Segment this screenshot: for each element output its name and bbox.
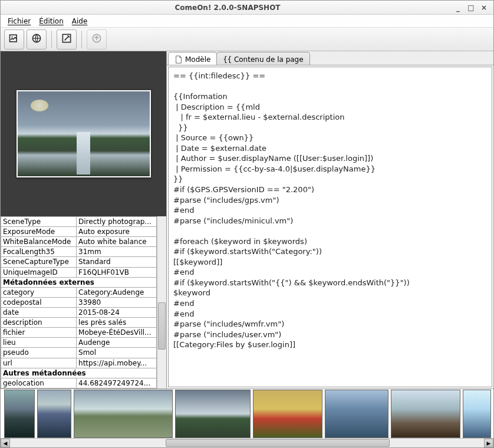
table-row: FocalLength3531mm	[1, 247, 157, 257]
thumbnail-selected[interactable]	[175, 390, 251, 438]
thumbnail[interactable]	[4, 390, 35, 438]
table-row: date2015-08-24	[1, 307, 157, 317]
thumbnail-scrollbar[interactable]: ◀ ▶	[1, 438, 493, 447]
braces-icon: {{	[223, 55, 231, 64]
toolbar-separator	[51, 31, 52, 48]
menu-file[interactable]: Fichier	[4, 16, 34, 27]
thumbnail[interactable]	[391, 390, 460, 438]
upload-icon	[91, 32, 103, 46]
thumbnail[interactable]	[325, 390, 388, 438]
add-images-button[interactable]	[4, 29, 24, 50]
image-preview-area	[1, 51, 166, 216]
metadata-table: SceneTypeDirectly photograp... ExposureM…	[1, 216, 157, 388]
menu-edit[interactable]: Édition	[35, 16, 67, 27]
svg-point-1	[12, 37, 13, 38]
window-maximize-button[interactable]: □	[467, 4, 475, 11]
tab-label: Contenu de la page	[234, 55, 304, 64]
window-title: ComeOn! 2.0.0-SNAPSHOT	[174, 4, 280, 12]
thumbnail[interactable]	[253, 390, 322, 438]
table-row: UniqueImageIDF16QLHF01VB	[1, 267, 157, 277]
metadata-section-header: Métadonnées externes	[1, 277, 157, 287]
thumbnail[interactable]	[74, 390, 173, 438]
scroll-right-button[interactable]: ▶	[484, 439, 493, 447]
tab-label: Modèle	[185, 55, 210, 64]
thumbnail[interactable]	[463, 390, 491, 438]
table-row: urlhttps://api.mobey...	[1, 358, 157, 368]
window-close-button[interactable]: ×	[480, 4, 488, 11]
template-editor[interactable]: == {{int:filedesc}} == {{Information | D…	[168, 67, 492, 387]
table-row: geolocation44.682497249724...	[1, 378, 157, 388]
scrollbar-thumb[interactable]	[166, 439, 390, 447]
table-row: fichierMobeye-ÉtéDesVill...	[1, 328, 157, 338]
table-row: codepostal33980	[1, 297, 157, 307]
metadata-scrollbar[interactable]	[157, 216, 166, 388]
table-row: categoryCategory:Audenge	[1, 287, 157, 297]
menu-help[interactable]: Aide	[68, 16, 91, 27]
table-row: SceneTypeDirectly photograp...	[1, 217, 157, 227]
editor-tabs: Modèle {{ Contenu de la page	[167, 51, 493, 65]
window-titlebar: ComeOn! 2.0.0-SNAPSHOT _ □ ×	[1, 1, 493, 15]
table-row: pseudoSmol	[1, 348, 157, 358]
table-row: descriptionles près salés	[1, 318, 157, 328]
thumbnail-strip: ◀ ▶	[1, 388, 493, 447]
image-plus-icon	[8, 32, 20, 46]
table-row: lieuAudenge	[1, 338, 157, 348]
metadata-section-header: Autres métadonnées	[1, 368, 157, 378]
window-minimize-button[interactable]: _	[455, 4, 462, 11]
left-pane: SceneTypeDirectly photograp... ExposureM…	[1, 51, 167, 388]
table-row: ExposureModeAuto exposure	[1, 227, 157, 237]
thumbnail[interactable]	[37, 390, 71, 438]
globe-icon	[31, 32, 42, 46]
tab-model[interactable]: Modèle	[168, 52, 217, 65]
pencil-square-icon	[61, 32, 73, 46]
toolbar	[1, 28, 493, 51]
right-pane: Modèle {{ Contenu de la page == {{int:fi…	[167, 51, 493, 388]
tab-page-content[interactable]: {{ Contenu de la page	[216, 52, 309, 65]
table-row: WhiteBalanceModeAuto white balance	[1, 237, 157, 247]
web-button[interactable]	[27, 29, 47, 50]
scroll-left-button[interactable]: ◀	[1, 439, 10, 447]
edit-button[interactable]	[57, 29, 77, 50]
document-icon	[174, 55, 183, 64]
preview-image[interactable]	[17, 90, 151, 177]
menubar: Fichier Édition Aide	[1, 15, 493, 28]
table-row: SceneCaptureTypeStandard	[1, 257, 157, 267]
toolbar-separator	[81, 31, 82, 48]
upload-button	[87, 29, 107, 50]
